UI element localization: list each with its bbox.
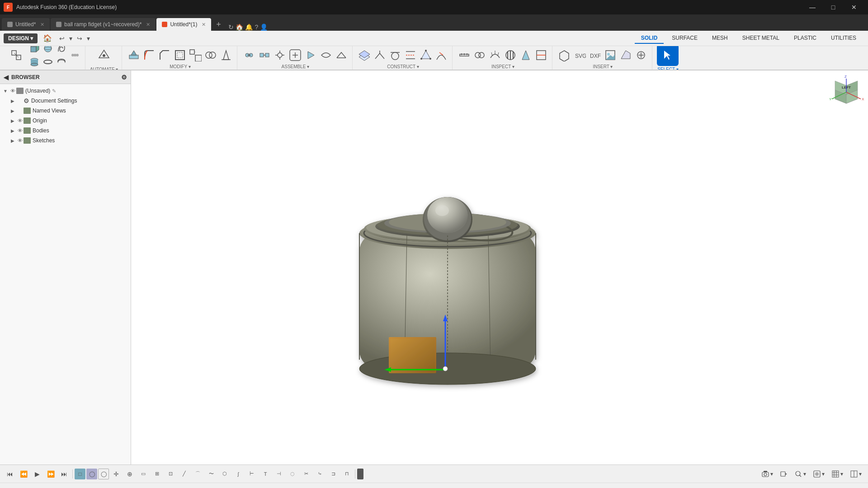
display-button[interactable]: ▾ bbox=[811, 469, 827, 479]
polygon-tool[interactable]: ⬡ bbox=[218, 468, 231, 480]
tree-item-sketches[interactable]: ▶ 👁 Sketches bbox=[7, 136, 131, 145]
draft-analysis-button[interactable] bbox=[519, 47, 533, 63]
box-button[interactable] bbox=[28, 46, 41, 54]
as-built-joint-button[interactable] bbox=[257, 47, 272, 63]
tab-close-icon[interactable]: ✕ bbox=[202, 22, 206, 28]
offset-plane-button[interactable] bbox=[357, 47, 372, 63]
rect-tool[interactable]: ▭ bbox=[137, 468, 150, 480]
tab-mesh[interactable]: MESH bbox=[706, 33, 734, 44]
combine-button[interactable] bbox=[203, 47, 218, 63]
record-button[interactable] bbox=[778, 469, 790, 479]
cross-tool[interactable]: ⊕ bbox=[123, 468, 136, 480]
mirror-tool[interactable]: ⊣ bbox=[273, 468, 285, 480]
curve-tool[interactable]: ⌒ bbox=[191, 468, 204, 480]
midplane-button[interactable] bbox=[403, 47, 418, 63]
help-icon[interactable]: ? bbox=[255, 23, 258, 31]
tab-solid[interactable]: SOLID bbox=[635, 33, 664, 44]
line-tool[interactable]: ╱ bbox=[178, 468, 190, 480]
torus-button[interactable] bbox=[42, 56, 54, 68]
interference-button[interactable] bbox=[472, 47, 487, 63]
plane-through-button[interactable] bbox=[419, 47, 433, 63]
cylinder-button[interactable] bbox=[28, 56, 41, 68]
home-icon[interactable]: 🏠 bbox=[236, 23, 243, 31]
mcmaster-button[interactable] bbox=[634, 47, 648, 63]
zebra-button[interactable] bbox=[503, 47, 518, 63]
freeform-tool[interactable]: ∫ bbox=[232, 468, 245, 480]
tree-item-named-views[interactable]: ▶ Named Views bbox=[7, 106, 131, 116]
tab-surface[interactable]: SURFACE bbox=[665, 33, 704, 44]
enable-contact-button[interactable] bbox=[334, 47, 349, 63]
eye-icon[interactable]: 👁 bbox=[16, 137, 24, 144]
drive-joints-button[interactable] bbox=[303, 47, 318, 63]
eye-icon[interactable]: 👁 bbox=[16, 117, 24, 124]
viewport[interactable]: LEFT X Y Z bbox=[131, 70, 868, 465]
tab-untitled[interactable]: Untitled* ✕ bbox=[2, 18, 50, 31]
toggle-icon[interactable]: ▶ bbox=[9, 97, 16, 104]
browser-settings-icon[interactable]: ⚙ bbox=[121, 74, 127, 81]
spline-tool[interactable]: 〜 bbox=[205, 468, 217, 480]
maximize-button[interactable]: □ bbox=[823, 0, 844, 14]
joint-origin-button[interactable] bbox=[273, 47, 287, 63]
eye-icon[interactable]: 👁 bbox=[16, 127, 24, 134]
plane-at-angle-button[interactable] bbox=[373, 47, 387, 63]
tangent-plane-button[interactable] bbox=[388, 47, 402, 63]
tab-close-icon[interactable]: ✕ bbox=[40, 22, 44, 28]
curvature-comb-button[interactable] bbox=[488, 47, 502, 63]
sketch-tool-2[interactable]: ◯ bbox=[86, 469, 97, 479]
rigid-group-button[interactable] bbox=[288, 47, 302, 63]
edit-icon[interactable]: ✎ bbox=[52, 88, 56, 94]
insert-canvas-button[interactable] bbox=[603, 47, 618, 63]
point-tool[interactable]: ⊡ bbox=[164, 468, 177, 480]
view-gizmo[interactable]: LEFT X Y Z bbox=[828, 74, 864, 110]
sketch-tool-3[interactable]: ◯ bbox=[98, 469, 109, 479]
move-tool[interactable]: ✛ bbox=[110, 468, 123, 480]
extend-tool[interactable]: ⤷ bbox=[313, 468, 326, 480]
browser-back-icon[interactable]: ◀ bbox=[4, 74, 9, 81]
tree-item-root[interactable]: ▼ 👁 (Unsaved) ✎ bbox=[0, 86, 131, 96]
project-tool[interactable]: ⊓ bbox=[340, 468, 353, 480]
camera-button[interactable]: ▾ bbox=[759, 469, 776, 479]
coil-button[interactable] bbox=[55, 46, 68, 54]
trim-tool[interactable]: ✂ bbox=[300, 468, 312, 480]
insert-mesh-button[interactable] bbox=[557, 47, 571, 63]
redo-dropdown[interactable]: ▾ bbox=[85, 34, 92, 43]
section-analysis-button[interactable] bbox=[534, 47, 548, 63]
toggle-icon[interactable]: ▶ bbox=[9, 137, 16, 144]
refresh-icon[interactable]: ↻ bbox=[228, 23, 234, 31]
zoom-button[interactable]: ▾ bbox=[792, 469, 809, 479]
select-button[interactable] bbox=[657, 46, 679, 66]
decal-button[interactable] bbox=[618, 47, 633, 63]
measure-button[interactable] bbox=[457, 47, 472, 63]
toggle-icon[interactable]: ▶ bbox=[9, 127, 16, 134]
joint-button[interactable] bbox=[242, 47, 256, 63]
timeline-marker[interactable] bbox=[357, 469, 363, 479]
sphere-button[interactable] bbox=[42, 46, 54, 54]
minimize-button[interactable]: — bbox=[802, 0, 823, 14]
circular-tool[interactable]: ◌ bbox=[286, 468, 299, 480]
tree-item-doc-settings[interactable]: ▶ ⚙ Document Settings bbox=[7, 96, 131, 106]
new-component-button[interactable] bbox=[5, 46, 27, 66]
undo-button[interactable]: ↩ bbox=[57, 34, 66, 43]
insert-svg-button[interactable]: SVG bbox=[572, 47, 587, 63]
play-button[interactable]: ▶ bbox=[31, 468, 43, 480]
pipe-button[interactable] bbox=[55, 56, 68, 68]
press-pull-button[interactable] bbox=[127, 47, 141, 63]
first-frame-button[interactable]: ⏮ bbox=[4, 468, 16, 480]
account-icon[interactable]: 👤 bbox=[260, 23, 268, 31]
offset-tool[interactable]: ⊐ bbox=[327, 468, 340, 480]
undo-dropdown[interactable]: ▾ bbox=[67, 34, 74, 43]
draft-button[interactable] bbox=[219, 47, 233, 63]
notify-icon[interactable]: 🔔 bbox=[245, 23, 253, 31]
fillet-button[interactable] bbox=[142, 47, 156, 63]
new-tab-button[interactable]: + bbox=[212, 18, 225, 31]
tree-item-bodies[interactable]: ▶ 👁 Bodies bbox=[7, 126, 131, 136]
toggle-icon[interactable]: ▶ bbox=[9, 117, 16, 124]
close-button[interactable]: ✕ bbox=[844, 0, 864, 14]
tab-close-icon[interactable]: ✕ bbox=[146, 22, 150, 28]
automate-button[interactable] bbox=[93, 46, 115, 66]
shell-button[interactable] bbox=[173, 47, 187, 63]
toggle-icon[interactable]: ▼ bbox=[2, 87, 9, 94]
select-tool[interactable]: ⊞ bbox=[151, 468, 163, 480]
redo-button[interactable]: ↪ bbox=[75, 34, 84, 43]
insert-dxf-button[interactable]: DXF bbox=[588, 47, 602, 63]
